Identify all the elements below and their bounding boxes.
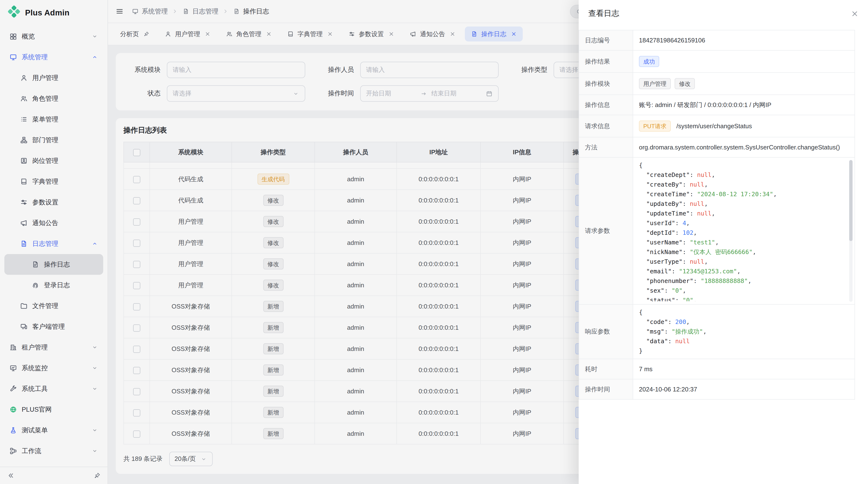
tab-dict[interactable]: 字典管理 [281, 27, 339, 41]
row-checkbox[interactable] [133, 261, 140, 268]
collapse-sidebar-icon[interactable] [7, 472, 14, 479]
date-end-placeholder: 结束日期 [431, 89, 481, 98]
row-checkbox[interactable] [133, 197, 140, 204]
sidebar-item-oper-log[interactable]: 操作日志 [4, 254, 103, 275]
row-checkbox[interactable] [133, 388, 140, 395]
scrollbar-thumb[interactable] [849, 160, 852, 241]
sidebar-item-tools[interactable]: 系统工具 [4, 379, 103, 399]
row-checkbox[interactable] [133, 346, 140, 353]
sidebar-item-clients[interactable]: 客户端管理 [4, 316, 103, 337]
user-icon [164, 30, 172, 38]
tab-notice[interactable]: 通知公告 [404, 27, 462, 41]
tag: 修改 [263, 237, 283, 248]
sidebar-item-params[interactable]: 参数设置 [4, 192, 103, 213]
tab-analysis[interactable]: 分析页 [115, 27, 155, 41]
pin-sidebar-icon[interactable] [93, 472, 101, 479]
breadcrumb-item[interactable]: 日志管理 [182, 7, 218, 16]
breadcrumb-label: 操作日志 [243, 7, 269, 16]
breadcrumb: 系统管理日志管理操作日志 [131, 7, 269, 16]
detail-value: 用户管理修改 [633, 72, 855, 95]
sidebar-item-files[interactable]: 文件管理 [4, 295, 103, 316]
scrollbar-track[interactable] [849, 160, 852, 302]
ip-cell: 0:0:0:0:0:0:0:1 [397, 423, 480, 444]
row-checkbox[interactable] [133, 218, 140, 225]
code-line: "deptId": 102, [639, 228, 845, 238]
tag: 生成代码 [257, 173, 289, 185]
table-row: OSS对象存储新增admin0:0:0:0:0:0:0:1内网IP成功 [124, 338, 607, 359]
ip-info-cell: 内网IP [480, 253, 563, 275]
detail-label: 方法 [579, 137, 633, 157]
operator-input[interactable]: 请输入 [360, 62, 499, 78]
row-checkbox[interactable] [133, 303, 140, 310]
tab-users[interactable]: 用户管理 [159, 27, 217, 41]
row-checkbox[interactable] [133, 239, 140, 247]
tag: 新增 [263, 322, 283, 333]
sidebar-item-login-log[interactable]: 登录日志 [4, 275, 103, 295]
status-input[interactable]: 请选择 [167, 85, 305, 102]
checkbox-cell [124, 190, 150, 211]
operator-cell: admin [315, 253, 397, 275]
sidebar-item-overview[interactable]: 概览 [4, 26, 103, 47]
hamburger-icon[interactable] [116, 7, 123, 15]
breadcrumb-label: 日志管理 [192, 7, 218, 16]
filter-operator: 操作人员请输入 [317, 62, 499, 78]
row-checkbox[interactable] [133, 409, 140, 416]
sidebar-item-depts[interactable]: 部门管理 [4, 130, 103, 151]
breadcrumb-separator-icon [172, 9, 178, 14]
sidebar-item-system[interactable]: 系统管理 [4, 47, 103, 67]
row-checkbox[interactable] [133, 366, 140, 374]
checkbox-cell [124, 296, 150, 317]
action-cell: 新增 [232, 423, 315, 444]
tab-oper-log[interactable]: 操作日志 [465, 27, 523, 41]
ip-cell: 0:0:0:0:0:0:0:1 [397, 190, 480, 211]
page-size-select[interactable]: 20条/页 [169, 452, 213, 466]
checkbox-cell [124, 402, 150, 423]
tab-params[interactable]: 参数设置 [342, 27, 400, 41]
sidebar-item-workflow[interactable]: 工作流 [4, 441, 103, 461]
sidebar-item-plus-site[interactable]: PLUS官网 [4, 399, 103, 420]
operator-cell: admin [315, 232, 397, 253]
sidebar-item-menus[interactable]: 菜单管理 [4, 109, 103, 130]
sidebar-item-posts[interactable]: 岗位管理 [4, 151, 103, 171]
checkbox-cell [124, 317, 150, 338]
detail-label: 操作模块 [579, 72, 633, 95]
ip-info-cell: 内网IP [480, 190, 563, 211]
code-line: } [639, 346, 845, 356]
operation-time-input[interactable]: 开始日期结束日期 [360, 85, 499, 102]
sidebar-item-roles[interactable]: 角色管理 [4, 88, 103, 109]
input-placeholder: 请输入 [173, 66, 191, 74]
breadcrumb-item[interactable]: 系统管理 [131, 7, 168, 16]
detail-row-method: 方法org.dromara.system.controller.system.S… [579, 137, 855, 157]
row-checkbox[interactable] [133, 430, 140, 438]
file-icon [20, 302, 28, 310]
row-checkbox[interactable] [133, 324, 140, 331]
row-checkbox[interactable] [133, 282, 140, 289]
sidebar-item-notice[interactable]: 通知公告 [4, 213, 103, 233]
breadcrumb-item[interactable]: 操作日志 [232, 7, 269, 16]
table-row: 用户管理修改admin0:0:0:0:0:0:0:1内网IP成功 [124, 232, 607, 253]
sidebar-item-dict[interactable]: 字典管理 [4, 171, 103, 192]
drawer-header: 查看日志 [579, 0, 868, 27]
sidebar-item-monitor[interactable]: 系统监控 [4, 358, 103, 379]
ip-cell: 0:0:0:0:0:0:0:1 [397, 296, 480, 317]
sidebar-item-tenants[interactable]: 租户管理 [4, 337, 103, 358]
row-checkbox[interactable] [133, 176, 140, 183]
sidebar-item-test[interactable]: 测试菜单 [4, 420, 103, 441]
tag: 新增 [263, 407, 283, 418]
notice-icon [409, 30, 416, 38]
sidebar-item-label: 用户管理 [32, 73, 98, 82]
module-cell: 用户管理 [150, 211, 232, 232]
sidebar-item-label: 客户端管理 [32, 322, 98, 331]
system-module-input[interactable]: 请输入 [167, 62, 305, 78]
detail-value: 7 ms [633, 359, 855, 379]
sidebar-footer [0, 466, 107, 484]
sidebar-item-users[interactable]: 用户管理 [4, 67, 103, 88]
sidebar-item-label: 角色管理 [32, 94, 98, 103]
detail-row-info: 操作信息账号: admin / 研发部门 / 0:0:0:0:0:0:0:1 /… [579, 95, 855, 115]
close-icon[interactable] [850, 10, 858, 18]
tag: 新增 [263, 343, 283, 354]
select-all-checkbox[interactable] [133, 149, 140, 156]
tab-roles[interactable]: 角色管理 [220, 27, 278, 41]
action-cell: 修改 [232, 253, 315, 275]
sidebar-item-logs[interactable]: 日志管理 [4, 233, 103, 254]
